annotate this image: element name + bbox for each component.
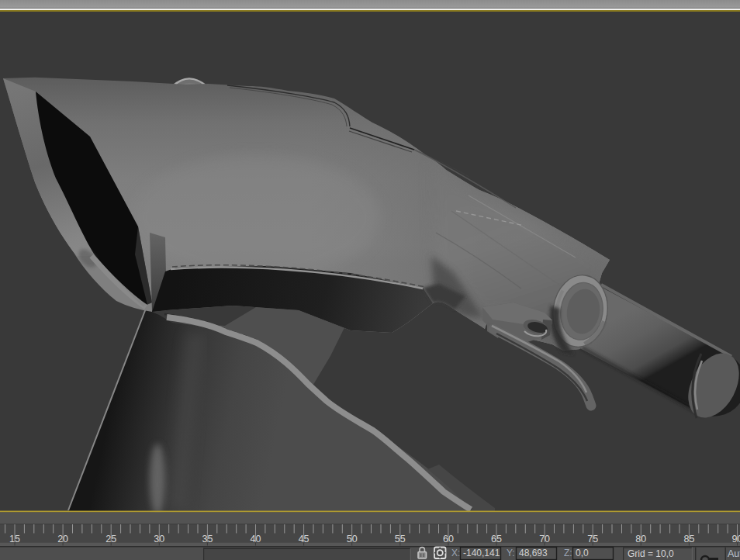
- svg-text:65: 65: [491, 534, 502, 544]
- svg-text:70: 70: [539, 534, 550, 544]
- svg-text:85: 85: [683, 534, 694, 544]
- svg-text:0,0: 0,0: [576, 548, 589, 558]
- svg-text:20: 20: [57, 534, 68, 544]
- svg-text:90: 90: [732, 534, 740, 544]
- svg-text:48,693: 48,693: [519, 548, 548, 558]
- svg-text:80: 80: [635, 534, 646, 544]
- svg-text:X:: X:: [451, 548, 460, 558]
- svg-text:Z:: Z:: [564, 548, 572, 558]
- svg-text:55: 55: [395, 534, 406, 544]
- svg-text:Y:: Y:: [507, 548, 515, 558]
- svg-text:Grid = 10,0: Grid = 10,0: [628, 548, 674, 559]
- svg-text:60: 60: [443, 534, 454, 544]
- svg-text:40: 40: [251, 534, 261, 544]
- svg-text:30: 30: [154, 534, 164, 544]
- svg-text:50: 50: [347, 534, 358, 544]
- svg-text:15: 15: [9, 534, 20, 544]
- svg-text:25: 25: [105, 534, 116, 544]
- svg-text:-140,141: -140,141: [463, 548, 500, 558]
- svg-text:35: 35: [202, 534, 213, 544]
- svg-text:Aut: Aut: [728, 548, 740, 559]
- svg-text:75: 75: [587, 534, 598, 544]
- svg-text:45: 45: [299, 534, 309, 544]
